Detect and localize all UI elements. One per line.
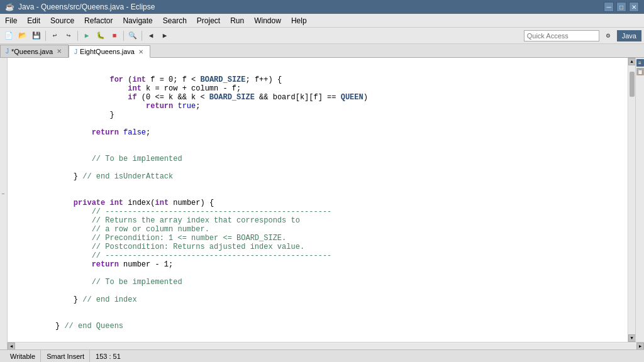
toolbar-run[interactable]: ▶ bbox=[80, 30, 93, 42]
right-panel-icons: ≡ 📋 bbox=[635, 58, 644, 342]
toolbar-separator-2 bbox=[77, 31, 78, 41]
menu-help[interactable]: Help bbox=[286, 14, 312, 27]
editor-inner: for (int f = 0; f < BOARD_SIZE; f++) { i… bbox=[8, 58, 644, 342]
code-line-13: } // end isUnderAttack bbox=[8, 163, 628, 172]
minimize-button[interactable]: ─ bbox=[604, 2, 614, 12]
menu-edit[interactable]: Edit bbox=[22, 14, 45, 27]
code-editor[interactable]: for (int f = 0; f < BOARD_SIZE; f++) { i… bbox=[8, 58, 628, 342]
toolbar-search[interactable]: 🔍 bbox=[126, 30, 139, 42]
toolbar-open[interactable]: 📂 bbox=[16, 30, 29, 42]
menubar: File Edit Source Refactor Navigate Searc… bbox=[0, 14, 644, 28]
status-position: 153 : 51 bbox=[91, 350, 126, 362]
toolbar-undo[interactable]: ↩ bbox=[48, 30, 61, 42]
code-line-11: // To be implemented bbox=[8, 146, 628, 155]
gutter-marker-8 bbox=[0, 119, 6, 128]
scroll-down-button[interactable]: ▼ bbox=[628, 334, 636, 342]
titlebar-left: ☕ Java - Queens/src/Queens.java - Eclips… bbox=[5, 3, 155, 11]
gutter-marker-11 bbox=[0, 146, 6, 155]
code-line-2: for (int f = 0; f < BOARD_SIZE; f++) { bbox=[8, 67, 628, 75]
vertical-scrollbar[interactable]: ▲ ▼ bbox=[628, 58, 635, 342]
toolbar-redo[interactable]: ↪ bbox=[62, 30, 75, 42]
toolbar-forward[interactable]: ▶ bbox=[158, 30, 171, 42]
gutter-marker-10 bbox=[0, 137, 6, 146]
tab-label-eightqueens: EightQueens.java bbox=[80, 48, 135, 55]
toolbar-debug[interactable]: 🐛 bbox=[94, 30, 107, 42]
gutter-marker-1 bbox=[0, 58, 6, 67]
gutter-marker-5 bbox=[0, 93, 6, 102]
gutter-marker-9 bbox=[0, 128, 6, 137]
gutter-marker-15 bbox=[0, 181, 6, 190]
code-line-29 bbox=[8, 304, 628, 313]
tab-close-eightqueens[interactable]: ✕ bbox=[137, 48, 145, 55]
menu-window[interactable]: Window bbox=[249, 14, 286, 27]
toolbar-separator-3 bbox=[123, 31, 124, 41]
task-icon[interactable]: 📋 bbox=[636, 68, 644, 75]
tab-icon-eightqueens: J bbox=[74, 48, 77, 55]
toolbar-separator-4 bbox=[142, 31, 142, 41]
scroll-track-h[interactable] bbox=[15, 343, 636, 349]
toolbar-save[interactable]: 💾 bbox=[30, 30, 43, 42]
menu-project[interactable]: Project bbox=[192, 14, 225, 27]
tab-eightqueens-java[interactable]: J EightQueens.java ✕ bbox=[69, 45, 150, 58]
code-line-27: } // end index bbox=[8, 287, 628, 295]
code-line-16: private int index(int number) { bbox=[8, 190, 628, 199]
menu-file[interactable]: File bbox=[0, 14, 22, 27]
overview-ruler-icon[interactable]: ≡ bbox=[636, 59, 644, 67]
status-insert-mode: Smart Insert bbox=[42, 350, 90, 362]
titlebar-title: Java - Queens/src/Queens.java - Eclipse bbox=[18, 3, 155, 11]
tab-label-queens: *Queens.java bbox=[11, 48, 53, 55]
toolbar: 📄 📂 💾 ↩ ↪ ▶ 🐛 ■ 🔍 ◀ ▶ ⚙ Java bbox=[0, 28, 644, 44]
code-line-15 bbox=[8, 181, 628, 190]
code-line-10 bbox=[8, 137, 628, 146]
scroll-track-v[interactable] bbox=[629, 65, 635, 334]
menu-source[interactable]: Source bbox=[45, 14, 79, 27]
menu-refactor[interactable]: Refactor bbox=[79, 14, 118, 27]
statusbar: Writable Smart Insert 153 : 51 bbox=[0, 349, 644, 362]
editor-gutter: − bbox=[0, 58, 8, 349]
gutter-marker-3 bbox=[0, 75, 6, 84]
scroll-up-button[interactable]: ▲ bbox=[628, 58, 636, 65]
status-writable: Writable bbox=[5, 350, 41, 362]
code-line-1 bbox=[8, 58, 628, 67]
tab-icon-queens: J bbox=[6, 48, 9, 55]
gutter-marker-14 bbox=[0, 172, 6, 181]
menu-run[interactable]: Run bbox=[225, 14, 249, 27]
code-line-8: return false; bbox=[8, 119, 628, 128]
code-line-30: } // end Queens bbox=[8, 313, 628, 322]
gutter-marker-16[interactable]: − bbox=[0, 190, 6, 199]
app-icon: ☕ bbox=[5, 3, 14, 11]
scroll-left-button[interactable]: ◀ bbox=[8, 343, 15, 350]
toolbar-stop[interactable]: ■ bbox=[108, 30, 121, 42]
close-button[interactable]: ✕ bbox=[629, 2, 639, 12]
toolbar-separator-1 bbox=[45, 31, 46, 41]
editor-area: − for (int f = 0; f < BOARD_SIZE; f++) {… bbox=[0, 58, 644, 349]
gutter-marker-6 bbox=[0, 102, 6, 111]
tabbar: J *Queens.java ✕ J EightQueens.java ✕ bbox=[0, 44, 644, 58]
gutter-marker-2 bbox=[0, 67, 6, 75]
gutter-marker-4 bbox=[0, 84, 6, 93]
toolbar-back[interactable]: ◀ bbox=[145, 30, 157, 42]
scroll-right-button[interactable]: ▶ bbox=[636, 343, 644, 350]
toolbar-new[interactable]: 📄 bbox=[3, 30, 15, 42]
gutter-marker-7 bbox=[0, 111, 6, 119]
titlebar: ☕ Java - Queens/src/Queens.java - Eclips… bbox=[0, 0, 644, 14]
quick-access-icon[interactable]: ⚙ bbox=[602, 30, 614, 42]
titlebar-controls: ─ □ ✕ bbox=[604, 2, 639, 12]
gutter-marker-13 bbox=[0, 163, 6, 172]
editor-wrapper: for (int f = 0; f < BOARD_SIZE; f++) { i… bbox=[8, 58, 644, 349]
tab-queens-java[interactable]: J *Queens.java ✕ bbox=[0, 45, 69, 57]
menu-search[interactable]: Search bbox=[158, 14, 192, 27]
java-perspective-button[interactable]: Java bbox=[617, 30, 641, 41]
quick-access-input[interactable] bbox=[524, 30, 599, 41]
code-line-25: // To be implemented bbox=[8, 269, 628, 278]
menu-navigate[interactable]: Navigate bbox=[118, 14, 157, 27]
horizontal-scrollbar[interactable]: ◀ ▶ bbox=[8, 342, 644, 349]
scroll-thumb-v[interactable] bbox=[630, 72, 635, 97]
gutter-marker-12 bbox=[0, 155, 6, 163]
quick-access-area: ⚙ Java bbox=[524, 30, 641, 42]
tab-close-queens[interactable]: ✕ bbox=[55, 48, 63, 55]
maximize-button[interactable]: □ bbox=[616, 2, 626, 12]
